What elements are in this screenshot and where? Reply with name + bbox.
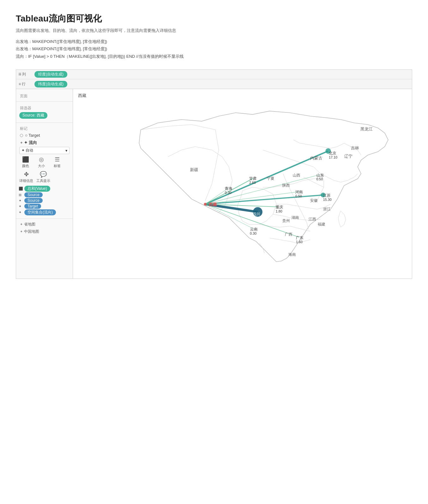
svg-text:青海: 青海 [225,187,232,191]
field-icon-2: ✦ [19,199,23,203]
flow-label: ✦ 流向 [24,140,37,146]
svg-text:安徽: 安徽 [310,198,318,202]
svg-text:17.10: 17.10 [329,155,337,159]
flow-icon: ✦ [20,141,23,145]
map-item-1[interactable]: ✦ 中国地图 [16,228,73,235]
svg-text:1.80: 1.80 [276,209,282,213]
svg-text:0.30: 0.30 [225,191,231,195]
field-badge-2[interactable]: Source [24,198,43,203]
marks-fields: ⬛ 总和(Value) ⊞ Source ✦ Source ✦ Target ✦ [16,184,73,217]
tooltip-label: 工具提示 [36,178,50,183]
map-label-0: 省地图 [24,222,35,227]
color-icon: ⬛ [22,156,29,163]
flow-title: ✦ ✦ 流向 [16,139,73,146]
marks-dropdown[interactable]: ✦ 自动 ▾ [19,147,70,154]
target-label: ○ Target [25,133,40,138]
marks-icons-row-1: ⬛ 颜色 ◎ 大小 ☰ 标签 [16,155,73,170]
filter-section-title: 筛选器 [16,104,73,111]
svg-text:山东: 山东 [316,173,324,177]
svg-text:15.30: 15.30 [323,198,332,201]
marks-section-title: 标记 [16,125,73,132]
map-item-0[interactable]: ✦ 省地图 [16,221,73,228]
label-icon-item[interactable]: ☰ 标签 [51,156,64,168]
shelf-rows-row: ≡ 行 纬度(自动生成) [16,79,412,89]
svg-point-13 [204,203,207,206]
shelf-columns-row: iii 列 经度(自动生成) [16,70,412,79]
label-label: 标签 [54,164,61,168]
svg-text:宁夏: 宁夏 [267,176,274,180]
columns-label: iii 列 [19,72,34,77]
china-map-outline [139,111,388,262]
label-icon: ☰ [55,156,60,163]
svg-text:0.30: 0.30 [250,231,257,235]
flow-lines [205,151,328,237]
svg-text:福建: 福建 [318,222,325,226]
svg-text:0.50: 0.50 [316,177,323,181]
page-title: Tableau流向图可视化 [16,13,412,25]
target-dot [20,134,23,137]
formula-block: 出发地：MAKEPOINT([常住地纬度], [常住地经度]) 出发地：MAKE… [16,38,412,60]
map-label-1: 中国地图 [24,229,39,234]
field-row-0: ⬛ 总和(Value) [19,186,70,192]
svg-text:广西: 广西 [285,232,292,236]
svg-text:内蒙古: 内蒙古 [310,156,322,160]
tooltip-icon-item[interactable]: 💬 工具提示 [36,171,50,183]
svg-text:海南: 海南 [288,253,296,257]
rows-pill[interactable]: 纬度(自动生成) [34,81,67,87]
svg-text:江苏: 江苏 [323,193,331,197]
svg-text:0.50: 0.50 [295,194,302,198]
marks-icons-row-2: ✤ 详细信息 💬 工具提示 [16,170,73,184]
rows-label: ≡ 行 [19,81,34,87]
svg-text:江西: 江西 [309,217,316,221]
svg-text:广东: 广东 [296,236,303,240]
target-item: ○ Target [16,132,73,139]
field-row-2: ✦ Source [19,198,70,203]
svg-text:陕西: 陕西 [282,183,290,187]
field-badge-3[interactable]: Target [24,204,41,209]
field-icon-0: ⬛ [19,187,23,191]
svg-text:浙江: 浙江 [323,207,331,211]
svg-text:1.60: 1.60 [296,240,303,244]
field-badge-0[interactable]: 总和(Value) [24,186,50,192]
detail-label: 详细信息 [19,178,33,183]
field-row-3: ✦ Target [19,204,70,209]
color-icon-item[interactable]: ⬛ 颜色 [19,156,32,168]
svg-text:云南: 云南 [250,227,258,231]
svg-text:北京: 北京 [329,151,336,155]
main-container: iii 列 经度(自动生成) ≡ 行 纬度(自动生成) 页面 筛选器 Sourc… [16,69,412,279]
size-icon: ◎ [39,156,44,163]
field-badge-4[interactable]: 空间集合(流向) [24,209,56,215]
field-badge-1[interactable]: Source [24,192,43,197]
size-icon-item[interactable]: ◎ 大小 [35,156,48,168]
map-area: 西藏 [73,89,412,279]
svg-text:甘肃: 甘肃 [249,176,257,180]
svg-text:四川: 四川 [253,212,260,216]
sidebar: 页面 筛选器 Source: 西藏 标记 ○ Target ✦ ✦ 流向 ✦ 自… [16,89,73,279]
source-city-label: 西藏 [209,202,217,207]
detail-icon-item[interactable]: ✤ 详细信息 [19,171,33,183]
columns-pill[interactable]: 经度(自动生成) [34,71,67,78]
color-label: 颜色 [22,164,29,168]
filter-badge[interactable]: Source: 西藏 [19,112,47,119]
size-label: 大小 [38,164,45,168]
svg-text:山西: 山西 [293,173,300,177]
formula-line-1: 出发地：MAKEPOINT([常住地纬度], [常住地经度]) [16,38,412,45]
content-area: 页面 筛选器 Source: 西藏 标记 ○ Target ✦ ✦ 流向 ✦ 自… [16,89,412,279]
map-icon-0: ✦ [20,222,23,226]
formula-line-2: 出发地：MAKEPOINT([常住地纬度], [常住地经度]) [16,45,412,52]
field-row-4: ✦ 空间集合(流向) [19,209,70,215]
auto-label: ✦ 自动 [21,148,33,153]
svg-text:贵州: 贵州 [282,219,290,223]
svg-text:湖南: 湖南 [291,215,299,219]
svg-text:吉林: 吉林 [351,146,359,150]
field-icon-1: ⊞ [19,193,23,197]
formula-line-3: 流向：IF [Value] > 0 THEN（MAKELINE([出发地], [… [16,53,412,60]
svg-text:2.60: 2.60 [249,181,256,184]
page-section-title: 页面 [16,92,73,99]
svg-text:河南: 河南 [295,190,303,194]
page-subtitle: 流向图需要出发地、目的地、流向，依次拖入这些字段即可，注意流向需要拖入详细信息 [16,28,412,33]
svg-text:黑龙江: 黑龙江 [360,127,373,131]
dropdown-arrow: ▾ [65,148,67,153]
map-svg: 西藏 新疆 黑龙江 内蒙古 吉林 辽宁 北京 17.10 [73,89,412,279]
svg-text:58.70: 58.70 [252,216,260,220]
